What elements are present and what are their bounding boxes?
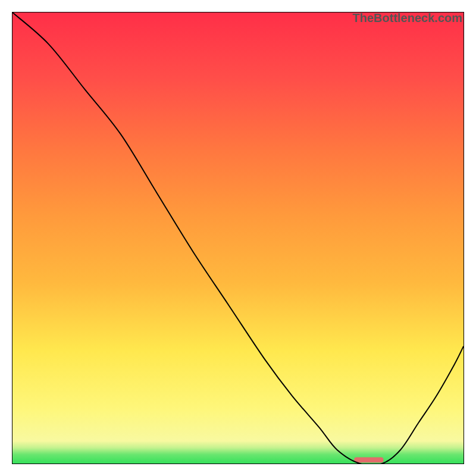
plot-svg <box>12 12 464 464</box>
marker-pill <box>354 457 383 462</box>
gradient-background <box>12 12 464 464</box>
attribution-text: TheBottleneck.com <box>353 11 462 25</box>
chart-container: TheBottleneck.com <box>0 0 476 476</box>
plot-area: TheBottleneck.com <box>12 12 464 464</box>
